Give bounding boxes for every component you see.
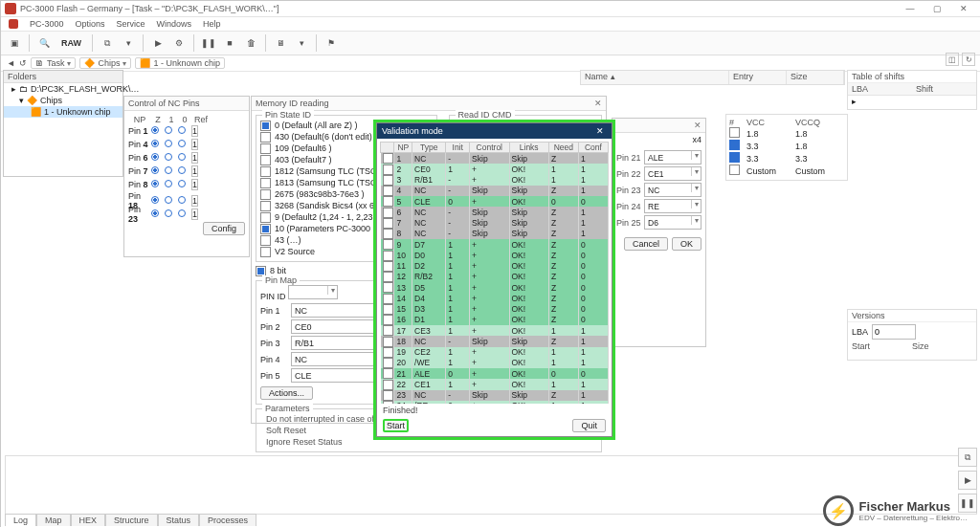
row-checkbox[interactable] — [383, 153, 393, 164]
pin-combo[interactable]: ALE — [644, 150, 702, 165]
validation-row[interactable]: 4NC-SkipSkipZ1 — [381, 186, 609, 196]
menu-help[interactable]: Help — [203, 19, 221, 29]
chevron-down-icon[interactable]: ▾ — [292, 33, 311, 53]
crumb-chips[interactable]: 🔶Chips — [79, 57, 131, 69]
radio-z[interactable] — [151, 209, 159, 217]
radio-1[interactable] — [165, 180, 172, 187]
row-checkbox[interactable] — [383, 390, 393, 401]
validation-row[interactable]: 11D21+OK!Z0 — [381, 261, 609, 272]
radio-0[interactable] — [178, 196, 186, 204]
pause-icon[interactable]: ❚❚ — [199, 33, 218, 53]
radio-1[interactable] — [165, 196, 172, 204]
row-checkbox[interactable] — [383, 337, 393, 347]
col-name[interactable]: Name ▴ — [581, 71, 729, 84]
raw-button[interactable]: RAW — [56, 33, 87, 53]
validation-row[interactable]: 2CE01+OK!11 — [381, 164, 609, 174]
pin-combo[interactable]: NC — [644, 183, 702, 197]
maximize-icon[interactable]: ▢ — [924, 4, 950, 13]
pinid-combo[interactable] — [288, 285, 338, 299]
tab-structure[interactable]: Structure — [105, 514, 158, 526]
validation-row[interactable]: 23NC-SkipSkipZ1 — [381, 390, 609, 401]
row-checkbox[interactable] — [383, 380, 393, 390]
col-size[interactable]: Size — [787, 71, 844, 84]
actions-button[interactable]: Actions... — [260, 386, 313, 400]
radio-0[interactable] — [178, 180, 186, 187]
validation-row[interactable]: 17CE31+OK!11 — [381, 325, 609, 336]
row-checkbox[interactable] — [383, 208, 393, 218]
copy-icon[interactable]: ⧉ — [958, 448, 977, 467]
config-button[interactable]: Config — [203, 222, 245, 235]
menu-pc3000[interactable]: PC-3000 — [30, 19, 64, 29]
row-checkbox[interactable] — [383, 282, 393, 293]
chip-icon[interactable]: ▣ — [5, 33, 24, 53]
close-icon[interactable]: ✕ — [694, 121, 702, 130]
row-checkbox[interactable] — [383, 251, 393, 261]
radio-1[interactable] — [165, 209, 172, 217]
validation-row[interactable]: 18NC-SkipSkipZ1 — [381, 336, 609, 346]
versions-col-size[interactable]: Size — [912, 341, 972, 351]
row-checkbox[interactable] — [383, 218, 393, 229]
vcc-row[interactable]: CustomCustom — [729, 165, 844, 177]
radio-z[interactable] — [151, 180, 159, 187]
validation-row[interactable]: 22CE11+OK!11 — [381, 379, 609, 389]
crumb-chip[interactable]: 🟧1 - Unknown chip — [135, 57, 225, 69]
trash-icon[interactable]: 🗑 — [241, 33, 260, 53]
tab-processes[interactable]: Processes — [199, 514, 256, 526]
shifts-col-shift[interactable]: Shift — [912, 83, 976, 95]
binoculars-icon[interactable]: 🔍 — [34, 33, 54, 53]
tab-hex[interactable]: HEX — [71, 514, 106, 526]
radio-1[interactable] — [165, 140, 172, 147]
ref-box[interactable]: 1 — [191, 209, 198, 220]
cancel-button[interactable]: Cancel — [624, 237, 668, 251]
col-entry[interactable]: Entry — [729, 71, 787, 84]
radio-z[interactable] — [151, 140, 159, 147]
row-checkbox[interactable] — [383, 347, 393, 358]
vcc-check-icon[interactable] — [729, 127, 740, 138]
copy-icon[interactable]: ⧉ — [98, 33, 117, 53]
validation-row[interactable]: 3R/B1-+OK!11 — [381, 175, 609, 186]
shifts-col-lba[interactable]: LBA — [848, 83, 912, 95]
close-icon[interactable]: ✕ — [594, 99, 602, 108]
tree-root[interactable]: ▸🗀D:\PC3K_FLASH_WORK\… — [4, 83, 122, 95]
vcc-check-icon[interactable] — [729, 165, 740, 175]
validation-row[interactable]: 1NC-SkipSkipZ1 — [381, 153, 609, 165]
row-checkbox[interactable] — [383, 325, 393, 336]
vcc-row[interactable]: 3.33.3 — [729, 152, 844, 165]
validation-row[interactable]: 10D01+OK!Z0 — [381, 250, 609, 260]
radio-z[interactable] — [151, 166, 159, 174]
ref-box[interactable]: 1 — [191, 125, 198, 137]
radio-1[interactable] — [165, 153, 172, 161]
tab-status[interactable]: Status — [158, 514, 200, 526]
menu-options[interactable]: Options — [76, 19, 105, 29]
ref-box[interactable]: 1 — [191, 195, 198, 207]
back-icon[interactable]: ◄ — [7, 58, 15, 68]
validation-row[interactable]: 6NC-SkipSkipZ1 — [381, 207, 609, 217]
play-icon[interactable]: ▶ — [148, 33, 167, 53]
vcc-check-icon[interactable] — [729, 140, 740, 150]
validation-row[interactable]: 13D51+OK!Z0 — [381, 282, 609, 293]
crumb-task[interactable]: 🗎Task — [31, 57, 77, 69]
ref-box[interactable]: 1 — [191, 165, 198, 177]
chevron-down-icon[interactable]: ▾ — [119, 33, 138, 53]
split-icon[interactable]: ◫ — [946, 53, 959, 66]
app-menu-icon[interactable] — [9, 19, 18, 29]
close-icon[interactable]: ✕ — [593, 126, 607, 136]
row-checkbox[interactable] — [383, 358, 393, 368]
close-icon[interactable]: ✕ — [950, 4, 977, 13]
radio-0[interactable] — [178, 140, 186, 147]
validation-row[interactable]: 15D31+OK!Z0 — [381, 304, 609, 315]
validation-row[interactable]: 12R/B21+OK!Z0 — [381, 272, 609, 282]
validation-row[interactable]: 8NC-SkipSkipZ1 — [381, 229, 609, 239]
pin-combo[interactable]: D6 — [644, 215, 702, 230]
versions-lba-input[interactable] — [872, 324, 916, 340]
ref-box[interactable]: 1 — [191, 139, 198, 150]
row-checkbox[interactable] — [383, 186, 393, 196]
validation-row[interactable]: 19CE21+OK!11 — [381, 347, 609, 358]
monitor-icon[interactable]: 🖥 — [271, 33, 290, 53]
row-checkbox[interactable] — [383, 165, 393, 175]
row-checkbox[interactable] — [383, 229, 393, 239]
start-button[interactable]: Start — [383, 419, 409, 432]
tab-log[interactable]: Log — [5, 514, 36, 526]
vcc-row[interactable]: 1.81.8 — [729, 127, 844, 140]
flag-icon[interactable]: ⚑ — [322, 33, 341, 53]
